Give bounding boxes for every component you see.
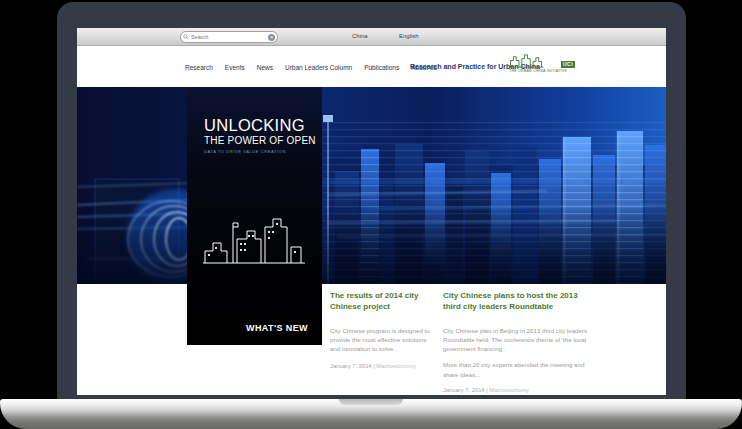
article-date: January 7, 2014 <box>330 363 372 369</box>
logo-skyline-icon <box>509 53 559 68</box>
hero-title-line2: THE POWER OF OPEN <box>204 135 322 146</box>
article-category[interactable]: Macroeconomy <box>376 363 416 369</box>
nav-item-publications[interactable]: Publications <box>364 64 399 71</box>
laptop-screen-bezel: ✕ China English Research Events News Urb… <box>57 2 686 399</box>
browser-chrome: ✕ China English <box>77 28 666 46</box>
lang-link-china[interactable]: China <box>352 33 368 39</box>
hero-title-line1: UNLOCKING <box>204 117 322 134</box>
laptop-base <box>0 399 742 429</box>
article-card: The results of 2014 city Chinese project… <box>330 291 438 369</box>
article-card: City Chinese plans to host the 2013 thir… <box>443 291 595 393</box>
article-body: More than 20 city experts attended the m… <box>443 360 595 379</box>
article-title-link[interactable]: City Chinese plans to host the 2013 thir… <box>443 291 578 311</box>
search-input[interactable] <box>189 34 268 40</box>
skyline-lineart-icon <box>203 205 305 265</box>
article-meta: January 7, 2014 | Macroeconomy <box>330 363 438 369</box>
logo-acronym: UCI <box>561 61 575 68</box>
article-body: City Chinese plan in Beijing in 2013 thi… <box>443 326 595 354</box>
nav-item-research[interactable]: Research <box>185 64 213 71</box>
screen-content: ✕ China English Research Events News Urb… <box>77 28 666 395</box>
nav-item-news[interactable]: News <box>257 64 273 71</box>
article-category[interactable]: Macroeconomy <box>489 387 529 393</box>
hero-image <box>77 87 666 284</box>
nav-item-events[interactable]: Events <box>225 64 245 71</box>
search-box[interactable]: ✕ <box>180 31 278 43</box>
article-body: City Chinese program is designed to prov… <box>330 326 438 354</box>
search-clear-button[interactable]: ✕ <box>268 34 275 41</box>
hero-subtitle: DATA TO DRIVE VALUE CREATION <box>204 149 322 154</box>
site-logo[interactable]: UCI THE URBAN CHINA INITIATIVE <box>509 53 595 73</box>
meta-separator: | <box>486 387 488 393</box>
article-title-link[interactable]: The results of 2014 city Chinese project <box>330 291 418 311</box>
whats-new-label: WHAT'S NEW <box>246 323 308 333</box>
hero-panel: UNLOCKING THE POWER OF OPEN DATA TO DRIV… <box>187 87 322 345</box>
nav-item-urban-leaders-column[interactable]: Urban Leaders Column <box>285 64 352 71</box>
cityscape-graphic <box>77 87 666 284</box>
lang-link-english[interactable]: English <box>399 33 419 39</box>
main-nav: Research Events News Urban Leaders Colum… <box>185 64 437 71</box>
article-date: January 7, 2014 <box>443 387 485 393</box>
article-meta: January 7, 2014 | Macroeconomy <box>443 387 595 393</box>
laptop-mockup: ✕ China English Research Events News Urb… <box>0 0 742 429</box>
laptop-base-notch <box>339 399 403 405</box>
meta-separator: | <box>373 363 375 369</box>
logo-caption: THE URBAN CHINA INITIATIVE <box>509 69 595 73</box>
